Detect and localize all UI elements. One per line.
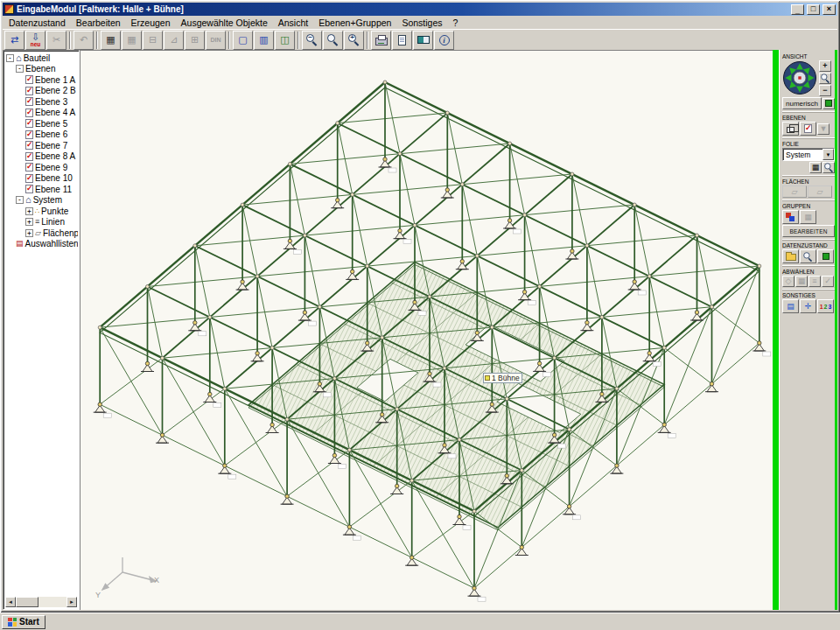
start-button[interactable]: Start <box>2 615 46 629</box>
gruppen-section-label: GRUPPEN <box>782 200 835 209</box>
tree-expander[interactable]: - <box>6 54 14 62</box>
scroll-thumb[interactable] <box>16 597 38 607</box>
sonstiges-nummern-button[interactable]: 123 <box>817 299 834 313</box>
numerisch-button[interactable]: numerisch <box>782 97 822 109</box>
tree-item-ebene-7[interactable]: Ebene 7 <box>5 140 78 151</box>
view-apply-button[interactable] <box>822 98 835 109</box>
fenster-ansicht-button[interactable]: ▥ <box>254 31 274 50</box>
menu-datenzustand[interactable]: Datenzustand <box>4 17 71 29</box>
handbuch-button[interactable] <box>413 31 433 50</box>
tree-item-label: Ebene 10 <box>35 173 73 183</box>
ausschneiden-button[interactable]: ✂ <box>46 31 66 50</box>
scroll-right-button[interactable]: ► <box>66 597 77 607</box>
tree-item-flaechenpositionen[interactable]: +▱Flächenp <box>5 228 78 239</box>
datenzustand-uebernehmen-button[interactable]: ⇄ <box>4 31 24 50</box>
ebenen-3d-button[interactable] <box>782 122 799 136</box>
ebenen-mehr-button[interactable]: ▼ <box>817 123 830 135</box>
neigung-icon: ⊿ <box>170 35 178 45</box>
menu-sonstiges[interactable]: Sonstiges <box>396 17 447 29</box>
view-zoom-out-button[interactable]: − <box>819 85 831 96</box>
menu-ausgewählte-objekte[interactable]: Ausgewählte Objekte <box>176 17 273 29</box>
folie-zoom-button[interactable] <box>822 162 835 173</box>
tree-item-system[interactable]: -⌂System <box>5 195 78 206</box>
abwaehlen-raster-button[interactable]: ▦ <box>795 276 808 287</box>
tree-expander[interactable]: + <box>25 218 33 226</box>
abwaehlen-alle-button[interactable]: ✓ <box>822 276 834 287</box>
datenzustand-uebernehmen-button[interactable] <box>817 249 834 263</box>
din-button[interactable]: DIN <box>206 31 226 50</box>
tree-item-ebene-2[interactable]: Ebene 2 B <box>5 86 78 97</box>
tree-item-ebene-3[interactable]: Ebene 3 <box>5 96 78 108</box>
datenzustand-pruefen-button[interactable] <box>800 249 816 263</box>
neu-button[interactable]: ⇩neu <box>25 31 46 50</box>
fenster-system-button[interactable]: ▢ <box>233 31 253 50</box>
tree-item-ebene-10[interactable]: Ebene 10 <box>5 173 78 185</box>
ebenen-liste-button[interactable] <box>800 122 816 136</box>
neu-label: neu <box>31 42 41 47</box>
tree-item-punkte[interactable]: +∴Punkte <box>5 206 78 217</box>
folie-raster-button[interactable]: ▦ <box>809 162 822 173</box>
tree-expander[interactable]: - <box>16 65 24 73</box>
hoehenlage-button[interactable]: ⊟ <box>143 31 163 50</box>
tree-expander[interactable]: + <box>25 207 33 215</box>
maximize-button[interactable]: □ <box>807 4 820 15</box>
tree-horizontal-scrollbar[interactable]: ◄ ► <box>5 597 77 607</box>
abwaehlen-linien-button[interactable]: ≡ <box>808 276 821 287</box>
view-zoom-in-button[interactable]: + <box>819 60 831 72</box>
tree-item-ebenen[interactable]: -Ebenen <box>5 64 78 75</box>
info-button[interactable]: i <box>434 31 454 50</box>
raster-bearbeiten-button[interactable]: ⊞ <box>185 31 205 50</box>
axis-x-label: X <box>154 576 159 584</box>
menu-ansicht[interactable]: Ansicht <box>273 17 313 29</box>
datenzustand-ordner-button[interactable] <box>782 249 799 263</box>
ebene-icon <box>25 119 33 128</box>
app-icon[interactable] <box>4 4 14 14</box>
digit-two: 2 <box>824 304 828 310</box>
raster-aus-button[interactable]: ▦ <box>122 31 142 50</box>
project-tree: -⌂Bauteil-EbenenEbene 1 AEbene 2 BEbene … <box>5 52 78 597</box>
tree-expander[interactable]: - <box>16 196 24 204</box>
tree-item-ebene-6[interactable]: Ebene 6 <box>5 130 78 141</box>
scroll-track[interactable] <box>16 597 66 607</box>
raster-button[interactable]: ▦ <box>101 31 121 50</box>
fenster-folie-button[interactable]: ◫ <box>275 31 295 50</box>
gruppen-farben-button[interactable] <box>782 210 799 224</box>
tree-item-ebene-11[interactable]: Ebene 11 <box>5 184 78 195</box>
flaechen-ausblenden-button[interactable]: ▱ <box>808 186 832 198</box>
menu-hilfe[interactable]: ? <box>448 17 464 29</box>
tree-item-ebene-9[interactable]: Ebene 9 <box>5 162 78 173</box>
sonstiges-plan-button[interactable]: ▤ <box>782 299 799 313</box>
scroll-left-button[interactable]: ◄ <box>5 597 16 607</box>
drucken-button[interactable] <box>371 31 391 50</box>
gruppen-raster-button[interactable]: ▦ <box>800 210 816 224</box>
tree-expander[interactable]: + <box>25 229 33 237</box>
tree-item-bauteil[interactable]: -⌂Bauteil <box>5 52 78 64</box>
close-button[interactable]: × <box>822 4 836 15</box>
zoom-vergroessern-button[interactable]: + <box>344 31 364 50</box>
flaechen-anzeigen-button[interactable]: ▱ <box>782 186 807 198</box>
tree-item-ebene-8[interactable]: Ebene 8 A <box>5 151 78 163</box>
menu-bearbeiten[interactable]: Bearbeiten <box>71 17 126 29</box>
folie-select[interactable]: System ▼ <box>782 148 835 161</box>
sonstiges-zeiger-button[interactable]: ✛ <box>800 299 816 313</box>
magnifier-icon <box>803 252 812 261</box>
view-rotate-compass[interactable] <box>782 60 817 95</box>
seitenansicht-button[interactable] <box>392 31 412 50</box>
abwaehlen-punkte-button[interactable]: ◇ <box>782 276 794 287</box>
minimize-button[interactable]: _ <box>791 4 804 15</box>
tree-item-auswahllisten[interactable]: ▤Auswahllisten <box>5 239 78 250</box>
view-zoom-window-button[interactable] <box>819 73 831 84</box>
menu-erzeugen[interactable]: Erzeugen <box>126 17 176 29</box>
neigung-button[interactable]: ⊿ <box>164 31 184 50</box>
zoom-fenster-button[interactable] <box>323 31 343 50</box>
tree-item-ebene-1[interactable]: Ebene 1 A <box>5 74 78 86</box>
combo-dropdown-icon[interactable]: ▼ <box>822 149 834 160</box>
rueckgaengig-button[interactable]: ↶ <box>74 31 94 50</box>
tree-item-ebene-4[interactable]: Ebene 4 A <box>5 108 78 119</box>
tree-item-ebene-5[interactable]: Ebene 5 <box>5 118 78 130</box>
tree-item-linien[interactable]: +≡Linien <box>5 217 78 228</box>
bearbeiten-button[interactable]: BEARBEITEN <box>782 225 835 237</box>
zoom-verkleinern-button[interactable]: − <box>302 31 322 50</box>
menu-ebenen-gruppen[interactable]: Ebenen+Gruppen <box>313 17 396 29</box>
model-canvas[interactable]: 1 Bühne X Y <box>80 50 773 610</box>
